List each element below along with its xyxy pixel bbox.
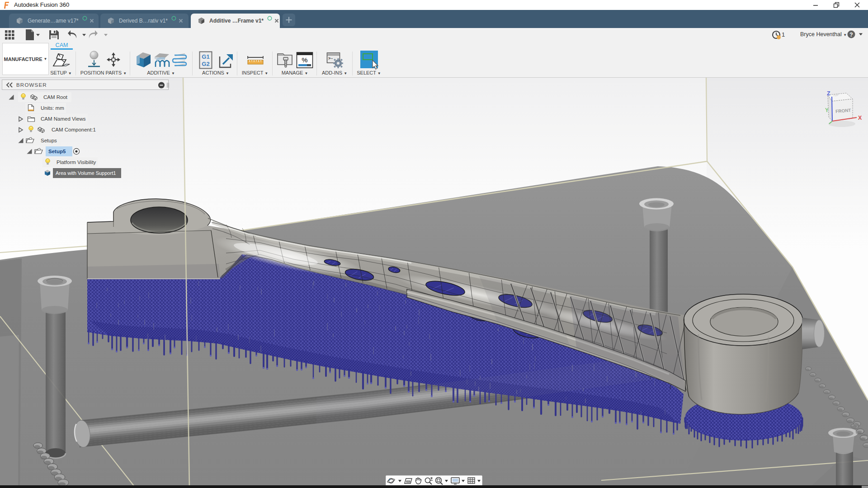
svg-text:%: % xyxy=(302,56,307,64)
svg-text:X: X xyxy=(858,115,862,121)
svg-text:G2: G2 xyxy=(202,61,209,67)
svg-text:?: ? xyxy=(849,32,853,38)
svg-text:G1: G1 xyxy=(202,53,209,60)
svg-text:Z: Z xyxy=(827,90,830,97)
svg-text:TOP: TOP xyxy=(833,94,839,97)
svg-text:>-: >- xyxy=(328,56,333,61)
